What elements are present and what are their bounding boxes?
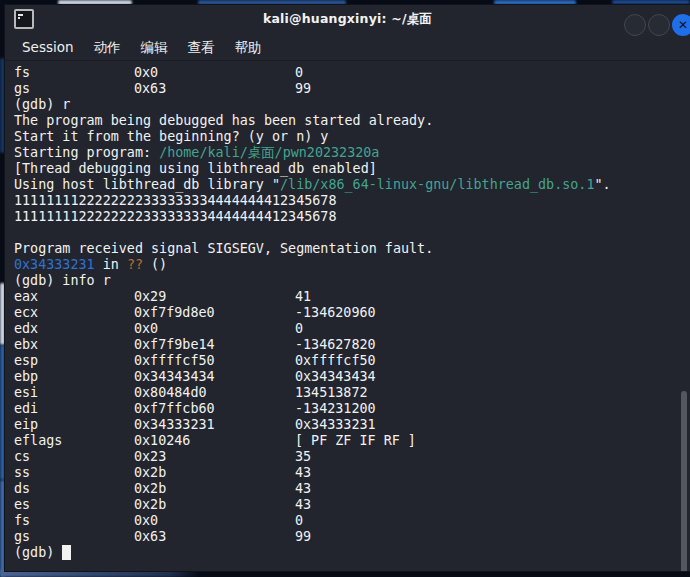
menu-session[interactable]: Session [12,34,84,60]
register-name: gs [14,81,134,97]
register-row: ebp0x343434340x34343434 [14,369,676,385]
register-name: esi [14,385,134,401]
register-dec: 99 [295,529,676,545]
terminal-output[interactable]: fs0x00 gs0x6399 (gdb) r The program bein… [5,61,690,571]
register-dec: 43 [295,497,676,513]
log-line: Using host libthread_db library "/lib/x8… [14,177,676,193]
register-name: ds [14,481,134,497]
register-dec: 35 [295,449,676,465]
window-controls: ✕ [624,14,688,36]
register-name: es [14,497,134,513]
register-hex: 0x23 [134,449,295,465]
scrollbar-thumb[interactable] [681,391,687,571]
register-dec: -134627820 [295,337,676,353]
register-name: ecx [14,305,134,321]
register-name: edx [14,321,134,337]
menubar: Session 动作 编辑 查看 帮助 [5,33,690,61]
register-row: ebx0xf7f9be14-134627820 [14,337,676,353]
register-dec: 41 [295,289,676,305]
log-line: Start it from the beginning? (y or n) y [14,129,676,145]
register-row: ds0x2b43 [14,481,676,497]
blank-line [14,225,676,241]
register-name: eip [14,417,134,433]
register-row: eflags0x10246[ PF ZF IF RF ] [14,433,676,449]
register-name: gs [14,529,134,545]
text-cursor [62,545,70,560]
register-hex: 0x34343434 [134,369,295,385]
terminal-app-icon [14,9,34,29]
register-dec: -134231200 [295,401,676,417]
library-path: /lib/x86_64-linux-gnu/libthread_db.so.1 [280,177,594,192]
register-hex: 0x10246 [134,433,295,449]
log-line: Starting program: /home/kali/桌面/pwn20232… [14,145,676,161]
log-line: [Thread debugging using libthread_db ena… [14,161,676,177]
register-hex: 0xf7ffcb60 [134,401,295,417]
register-hex: 0x0 [134,65,295,81]
register-dec: 0 [295,513,676,529]
window-title: kali@huangxinyi: ~/桌面 [5,11,690,28]
log-text: Using host libthread_db library " [14,177,280,192]
register-dec: 0x34333231 [295,417,676,433]
register-row: gs0x6399 [14,529,676,545]
register-row: esp0xffffcf500xffffcf50 [14,353,676,369]
log-text: Starting program: [14,145,159,160]
register-dec: 43 [295,481,676,497]
terminal-prompt-glyph [18,17,20,19]
fault-line: 0x34333231 in ?? () [14,257,676,273]
register-dec: 0xffffcf50 [295,353,676,369]
register-dec: 43 [295,465,676,481]
register-name: fs [14,65,134,81]
register-name: ebx [14,337,134,353]
register-dec: 0 [295,321,676,337]
register-name: edi [14,401,134,417]
register-hex: 0x63 [134,529,295,545]
register-row: fs0x00 [14,65,676,81]
payload-line: 1111111122222222333333334444444412345678 [14,193,676,209]
register-dec: 134513872 [295,385,676,401]
menu-help[interactable]: 帮助 [225,34,272,60]
register-row: fs0x00 [14,513,676,529]
register-row: eip0x343332310x34333231 [14,417,676,433]
register-name: esp [14,353,134,369]
fault-address: 0x34333231 [14,257,95,272]
program-path: /home/kali/桌面/pwn20232320a [159,145,379,160]
menu-view[interactable]: 查看 [178,34,225,60]
menu-actions[interactable]: 动作 [84,34,131,60]
register-name: eax [14,289,134,305]
terminal-window: kali@huangxinyi: ~/桌面 ✕ Session 动作 编辑 查看… [5,5,690,571]
titlebar[interactable]: kali@huangxinyi: ~/桌面 ✕ [5,5,690,33]
register-hex: 0x0 [134,321,295,337]
register-hex: 0x80484d0 [134,385,295,401]
menu-edit[interactable]: 编辑 [131,34,178,60]
register-dec: [ PF ZF IF RF ] [295,433,676,449]
close-icon: ✕ [678,19,688,31]
register-row: ss0x2b43 [14,465,676,481]
register-dec: 99 [295,81,676,97]
maximize-button[interactable] [648,14,670,36]
close-button[interactable]: ✕ [672,14,690,36]
register-hex: 0xffffcf50 [134,353,295,369]
register-name: eflags [14,433,134,449]
payload-line: 1111111122222222333333334444444412345678 [14,209,676,225]
register-row: es0x2b43 [14,497,676,513]
register-row: cs0x2335 [14,449,676,465]
register-row: eax0x2941 [14,289,676,305]
register-hex: 0x0 [134,513,295,529]
gdb-command-line: (gdb) info r [14,273,676,289]
gdb-command-line: (gdb) r [14,97,676,113]
register-hex: 0x34333231 [134,417,295,433]
register-dec: 0 [295,65,676,81]
log-text: in [95,257,127,272]
register-hex: 0xf7f9d8e0 [134,305,295,321]
register-dec: -134620960 [295,305,676,321]
register-row: esi0x80484d0134513872 [14,385,676,401]
register-hex: 0xf7f9be14 [134,337,295,353]
register-row: edi0xf7ffcb60-134231200 [14,401,676,417]
minimize-button[interactable] [624,14,646,36]
register-dec: 0x34343434 [295,369,676,385]
register-name: ebp [14,369,134,385]
register-name: fs [14,513,134,529]
log-line: The program being debugged has been star… [14,113,676,129]
terminal-prompt-glyph [18,14,23,16]
register-name: ss [14,465,134,481]
